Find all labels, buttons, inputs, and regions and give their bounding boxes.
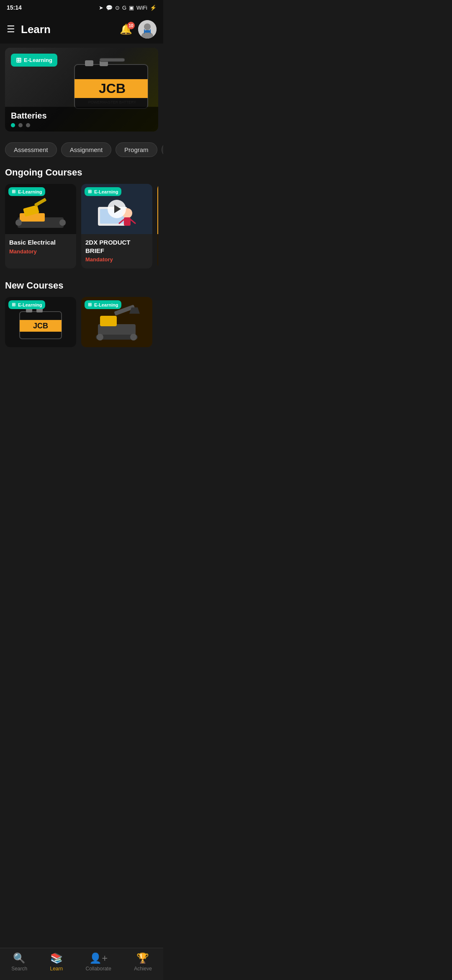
signal-icon: ▣ [129,5,134,11]
svg-line-24 [131,219,136,224]
svg-text:JCB: JCB [33,322,48,330]
svg-rect-18 [34,198,47,207]
svg-rect-3 [145,30,150,33]
card-image-basic-electrical: ⊞ E-Learning [5,184,76,234]
card-new-excavator[interactable]: ⊞ E-Learning [81,297,152,347]
whatsapp-icon: 💬 [106,5,113,11]
header-left: ☰ Learn [7,23,51,36]
card-badge-icon-n2: ⊞ [88,302,92,307]
google-icon: G [122,5,126,11]
card-image-new-excavator: ⊞ E-Learning [81,297,152,347]
card-image-2dx: ⊞ E-Learning [81,184,152,234]
pill-assessment[interactable]: Assessment [5,142,57,157]
play-button-2dx[interactable] [108,200,126,218]
card-badge-2dx: ⊞ E-Learning [85,187,121,196]
avatar[interactable] [138,20,157,39]
hero-elearning-badge: ⊞ E-Learning [11,54,57,67]
card-badge-label-2: E-Learning [94,189,118,194]
card-basic-electrical[interactable]: ⊞ E-Learning Basic Electrical [5,184,76,268]
svg-rect-31 [100,316,117,326]
card-subtitle-basic: Mandatory [9,248,72,255]
svg-text:POWERMASTER BATTERY: POWERMASTER BATTERY [88,100,136,104]
hero-banner[interactable]: JCB POWERMASTER BATTERY ⊞ E-Learning Bat… [5,48,158,132]
svg-text:JCB: JCB [99,81,126,96]
play-triangle [114,205,121,213]
status-bar: 15:14 ➤ 💬 ⊙ G ▣ WiFi ⚡ [0,0,163,15]
svg-rect-22 [124,217,131,226]
status-icons: ➤ 💬 ⊙ G ▣ WiFi ⚡ [99,5,157,11]
card-badge-label-1: E-Learning [18,189,42,194]
pill-program[interactable]: Program [116,142,157,157]
card-course3[interactable] [157,184,158,268]
wifi-icon: WiFi [136,5,147,11]
notification-badge: 10 [127,22,135,29]
card-subtitle-2dx: Mandatory [85,256,148,263]
content-area: JCB POWERMASTER BATTERY ⊞ E-Learning Bat… [0,48,163,402]
card-badge-icon-2: ⊞ [88,189,92,194]
ongoing-title: Ongoing Courses [5,167,158,178]
svg-point-36 [130,334,137,340]
card-badge-icon-n1: ⊞ [12,302,15,307]
pill-more[interactable]: ( [162,142,163,157]
card-badge-new1: ⊞ E-Learning [8,300,45,309]
card-badge-basic: ⊞ E-Learning [8,187,45,196]
hero-title: Batteries [11,111,152,121]
svg-rect-12 [100,58,125,62]
menu-icon[interactable]: ☰ [7,24,15,35]
card-badge-label-n2: E-Learning [94,302,118,307]
status-time: 15:14 [7,4,22,11]
svg-rect-5 [150,29,151,34]
ongoing-section: Ongoing Courses ⊞ E-Learning [0,160,163,273]
card-body-2dx: 2DX PRODUCT BRIEF Mandatory [81,234,152,268]
hero-badge-label: E-Learning [24,57,52,63]
ongoing-cards-row: ⊞ E-Learning Basic Electrical [5,184,158,270]
svg-point-1 [144,23,151,30]
svg-rect-4 [144,29,145,34]
svg-rect-16 [59,219,66,226]
nfc-icon: ⊙ [115,5,120,11]
hero-dots [11,123,152,127]
card-body-basic: Basic Electrical Mandatory [5,234,76,260]
hero-dot-2[interactable] [18,123,23,127]
svg-point-35 [97,334,103,340]
header-title: Learn [21,23,51,36]
card-badge-icon-1: ⊞ [12,189,15,194]
card-new-batteries[interactable]: ⊞ E-Learning JCB [5,297,76,347]
hero-dot-3[interactable] [26,123,30,127]
notification-bell[interactable]: 🔔 10 [120,23,132,35]
header-right: 🔔 10 [120,20,157,39]
svg-rect-7 [85,60,93,66]
filter-pills: Assessment Assignment Program ( [0,136,163,160]
card-image-new-batteries: ⊞ E-Learning JCB [5,297,76,347]
card-badge-new2: ⊞ E-Learning [85,300,121,309]
hero-dot-1[interactable] [11,123,15,127]
location-icon: ➤ [99,5,103,11]
hero-title-bar: Batteries [5,107,158,132]
new-section: New Courses ⊞ E-Learning JCB [0,273,163,352]
new-title: New Courses [5,280,158,291]
card-title-2dx: 2DX PRODUCT BRIEF [85,238,148,255]
card-badge-label-n1: E-Learning [18,302,42,307]
header: ☰ Learn 🔔 10 [0,15,163,44]
card-2dx[interactable]: ⊞ E-Learning [81,184,152,268]
card-title-basic: Basic Electrical [9,238,72,247]
battery-icon: ⚡ [150,5,157,11]
svg-rect-15 [15,219,22,226]
pill-assignment[interactable]: Assignment [61,142,111,157]
elearning-badge-icon: ⊞ [16,56,21,64]
new-cards-row: ⊞ E-Learning JCB ⊞ [5,297,158,349]
